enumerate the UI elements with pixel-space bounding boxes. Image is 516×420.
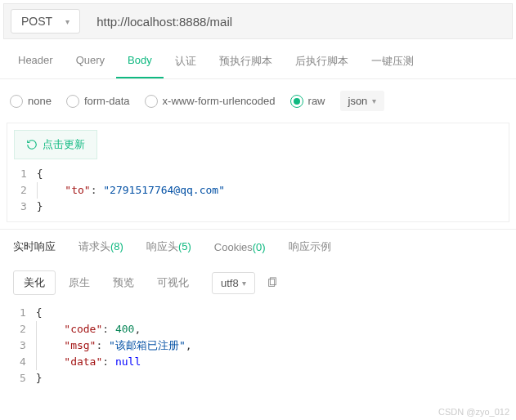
view-visual[interactable]: 可视化 <box>147 271 199 294</box>
tab-body[interactable]: Body <box>116 46 164 78</box>
response-tabs: 实时响应 请求头(8) 响应头(5) Cookies(0) 响应示例 <box>0 229 516 264</box>
view-modes: 美化 原生 预览 可视化 utf8 ▾ <box>0 264 516 302</box>
radio-icon <box>10 95 23 108</box>
body-type-row: none form-data x-www-form-urlencoded raw… <box>0 79 516 123</box>
tab-header[interactable]: Header <box>7 46 65 78</box>
refresh-icon <box>26 139 38 150</box>
tab-prescript[interactable]: 预执行脚本 <box>208 46 284 78</box>
body-type-none[interactable]: none <box>10 95 52 108</box>
chevron-down-icon: ▾ <box>242 279 246 288</box>
view-beautify[interactable]: 美化 <box>13 270 56 295</box>
chevron-down-icon: ▾ <box>65 17 70 26</box>
chevron-down-icon: ▾ <box>372 96 376 105</box>
body-type-urlencoded[interactable]: x-www-form-urlencoded <box>145 95 276 108</box>
tab-stress[interactable]: 一键压测 <box>360 46 425 78</box>
view-raw[interactable]: 原生 <box>59 271 100 294</box>
line-gutter: 123 <box>7 166 37 215</box>
resp-tab-request-headers[interactable]: 请求头(8) <box>79 239 123 254</box>
tab-postscript[interactable]: 后执行脚本 <box>284 46 360 78</box>
refresh-button[interactable]: 点击更新 <box>14 130 97 159</box>
radio-icon <box>145 95 158 108</box>
encoding-select[interactable]: utf8 ▾ <box>212 272 255 294</box>
line-gutter: 12345 <box>7 305 36 386</box>
radio-icon <box>66 95 79 108</box>
radio-icon <box>290 95 303 108</box>
request-bar: POST ▾ <box>3 3 513 39</box>
request-body-code[interactable]: 123 { "to": "2791517764@qq.com" } <box>7 166 509 221</box>
tab-auth[interactable]: 认证 <box>164 46 208 78</box>
view-preview[interactable]: 预览 <box>103 271 144 294</box>
request-body-editor: 点击更新 123 { "to": "2791517764@qq.com" } <box>7 123 509 222</box>
resp-tab-response-headers[interactable]: 响应头(5) <box>146 239 191 254</box>
raw-type-select[interactable]: json ▾ <box>340 91 385 111</box>
copy-icon[interactable] <box>267 277 278 288</box>
resp-tab-example[interactable]: 响应示例 <box>289 239 331 254</box>
response-body-code[interactable]: 12345 { "code": 400, "msg": "该邮箱已注册", "d… <box>0 302 516 390</box>
request-tabs: Header Query Body 认证 预执行脚本 后执行脚本 一键压测 <box>0 46 516 79</box>
method-select[interactable]: POST ▾ <box>11 9 80 34</box>
body-type-formdata[interactable]: form-data <box>66 95 130 108</box>
url-input[interactable] <box>93 11 505 32</box>
resp-tab-live[interactable]: 实时响应 <box>13 239 56 254</box>
method-value: POST <box>21 15 52 28</box>
resp-tab-cookies[interactable]: Cookies(0) <box>214 241 266 253</box>
body-type-raw[interactable]: raw <box>290 95 325 108</box>
tab-query[interactable]: Query <box>65 46 116 78</box>
